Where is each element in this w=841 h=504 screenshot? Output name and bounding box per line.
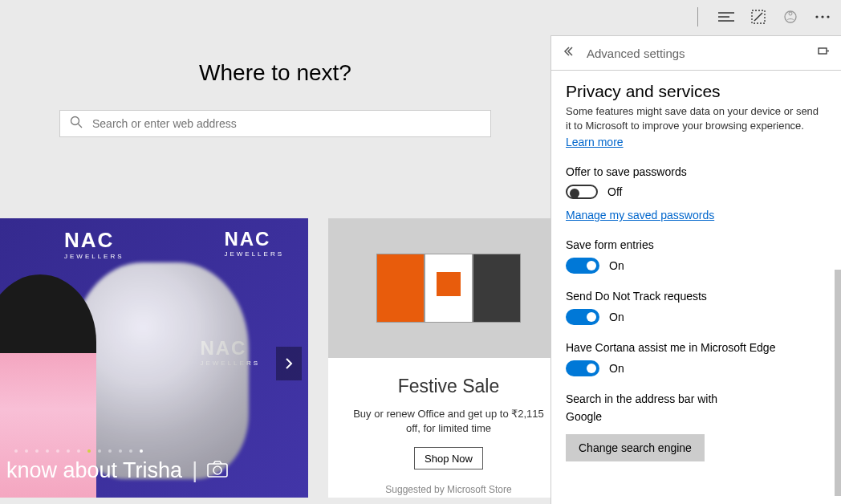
svg-rect-9 bbox=[819, 48, 827, 54]
toolbar-divider bbox=[697, 7, 698, 26]
svg-point-5 bbox=[827, 15, 829, 18]
carousel-dots[interactable] bbox=[14, 449, 143, 453]
office-box bbox=[473, 254, 521, 323]
setting-label-save-passwords: Offer to save passwords bbox=[566, 165, 827, 178]
camera-icon bbox=[207, 458, 228, 483]
svg-point-8 bbox=[213, 466, 221, 474]
hub-icon[interactable] bbox=[717, 8, 735, 26]
svg-point-6 bbox=[71, 117, 79, 125]
promo-card[interactable]: Festive Sale Buy or renew Office and get… bbox=[328, 218, 569, 498]
current-search-engine: Google bbox=[566, 410, 827, 423]
learn-more-link[interactable]: Learn more bbox=[566, 136, 624, 148]
content-cards: NACJEWELLERS NACJEWELLERS NACJEWELLERS k… bbox=[0, 218, 569, 498]
panel-scrollbar[interactable] bbox=[833, 71, 841, 504]
main-content: Where to next? NACJEWELLERS NACJEWELLERS… bbox=[0, 0, 551, 504]
carousel-next-button[interactable] bbox=[276, 347, 302, 380]
svg-point-3 bbox=[815, 15, 818, 18]
panel-header: Advanced settings bbox=[551, 36, 841, 71]
more-icon[interactable] bbox=[814, 8, 831, 26]
panel-body: Privacy and services Some features might… bbox=[551, 71, 841, 504]
toggle-dnt[interactable] bbox=[566, 309, 599, 325]
panel-title: Advanced settings bbox=[587, 47, 806, 60]
setting-label-form-entries: Save form entries bbox=[566, 238, 827, 251]
promo-title: Festive Sale bbox=[328, 376, 569, 397]
toggle-state: On bbox=[609, 362, 624, 375]
window-toolbar bbox=[697, 0, 841, 34]
promo-source: Suggested by Microsoft Store bbox=[328, 484, 569, 495]
svg-point-1 bbox=[785, 11, 796, 22]
toggle-save-passwords[interactable] bbox=[566, 185, 598, 199]
svg-point-4 bbox=[821, 15, 823, 18]
setting-label-cortana: Have Cortana assist me in Microsoft Edge bbox=[566, 341, 827, 354]
toggle-cortana[interactable] bbox=[566, 360, 599, 376]
pin-icon[interactable] bbox=[817, 46, 830, 60]
product-image bbox=[72, 262, 249, 479]
promo-description: Buy or renew Office and get up to ₹2,115… bbox=[347, 407, 550, 436]
office-box bbox=[376, 254, 425, 323]
news-card[interactable]: NACJEWELLERS NACJEWELLERS NACJEWELLERS k… bbox=[0, 218, 308, 498]
office-box bbox=[425, 254, 473, 323]
toggle-state: On bbox=[609, 311, 624, 323]
change-search-engine-button[interactable]: Change search engine bbox=[566, 434, 705, 461]
brand-logo: NACJEWELLERS bbox=[224, 228, 284, 258]
web-note-icon[interactable] bbox=[750, 8, 767, 26]
manage-passwords-link[interactable]: Manage my saved passwords bbox=[566, 209, 714, 222]
toggle-state: Off bbox=[607, 185, 622, 198]
news-caption: know about Trisha | bbox=[6, 458, 228, 483]
back-button[interactable] bbox=[563, 46, 575, 60]
toggle-state: On bbox=[609, 259, 624, 272]
setting-label-search-engine: Search in the address bar with bbox=[566, 392, 827, 405]
toggle-form-entries[interactable] bbox=[566, 258, 599, 274]
search-input[interactable] bbox=[92, 117, 481, 130]
search-icon bbox=[70, 116, 83, 132]
scroll-thumb[interactable] bbox=[835, 270, 841, 496]
search-bar[interactable] bbox=[59, 110, 491, 137]
settings-panel: Advanced settings Privacy and services S… bbox=[551, 35, 841, 504]
shop-now-button[interactable]: Shop Now bbox=[414, 447, 483, 469]
brand-logo: NACJEWELLERS bbox=[64, 228, 124, 260]
caption-separator: | bbox=[192, 458, 197, 483]
svg-point-2 bbox=[789, 12, 792, 15]
share-icon[interactable] bbox=[782, 8, 799, 26]
caption-text: know about Trisha bbox=[6, 458, 182, 483]
promo-image bbox=[328, 218, 569, 358]
section-subtitle: Some features might save data on your de… bbox=[566, 104, 827, 132]
section-title: Privacy and services bbox=[566, 82, 827, 101]
page-heading: Where to next? bbox=[0, 60, 551, 86]
setting-label-dnt: Send Do Not Track requests bbox=[566, 290, 827, 303]
